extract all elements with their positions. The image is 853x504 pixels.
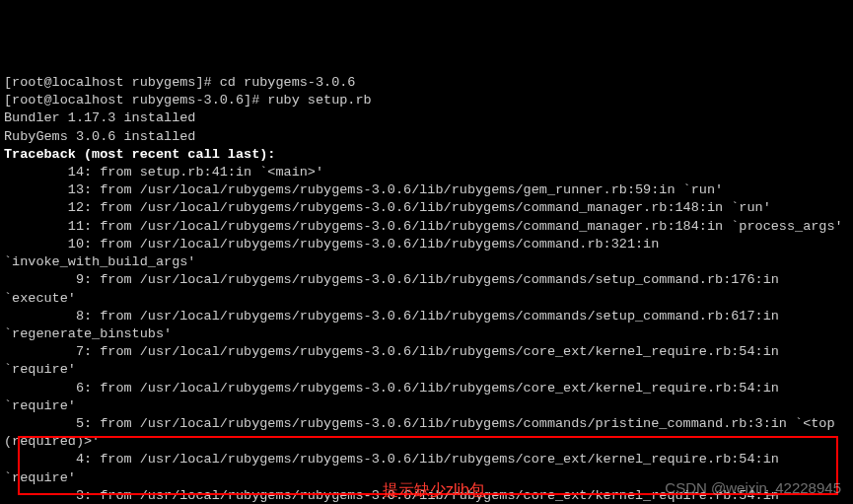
annotation-text: 提示缺少zlib包 — [383, 479, 485, 501]
terminal-line: 12: from /usr/local/rubygems/rubygems-3.… — [4, 199, 849, 217]
terminal-line: 9: from /usr/local/rubygems/rubygems-3.0… — [4, 271, 849, 307]
terminal-line: Bundler 1.17.3 installed — [4, 109, 849, 127]
terminal-line: 6: from /usr/local/rubygems/rubygems-3.0… — [4, 380, 849, 415]
terminal-line: Traceback (most recent call last): — [4, 146, 849, 164]
terminal-line: 10: from /usr/local/rubygems/rubygems-3.… — [4, 236, 849, 271]
terminal-line: 5: from /usr/local/rubygems/rubygems-3.0… — [4, 415, 849, 451]
terminal-line: 7: from /usr/local/rubygems/rubygems-3.0… — [4, 343, 849, 379]
terminal-line: 13: from /usr/local/rubygems/rubygems-3.… — [4, 181, 849, 199]
watermark-text: CSDN @weixin_42228945 — [665, 478, 841, 498]
terminal-line: [root@localhost rubygems-3.0.6]# ruby se… — [4, 92, 849, 109]
terminal-line: 11: from /usr/local/rubygems/rubygems-3.… — [4, 218, 849, 236]
terminal-line: RubyGems 3.0.6 installed — [4, 128, 849, 146]
terminal-output: [root@localhost rubygems]# cd rubygems-3… — [4, 74, 849, 504]
terminal-line: 8: from /usr/local/rubygems/rubygems-3.0… — [4, 308, 849, 343]
terminal-line: 14: from setup.rb:41:in `<main>' — [4, 164, 849, 181]
terminal-line: [root@localhost rubygems]# cd rubygems-3… — [4, 74, 849, 92]
